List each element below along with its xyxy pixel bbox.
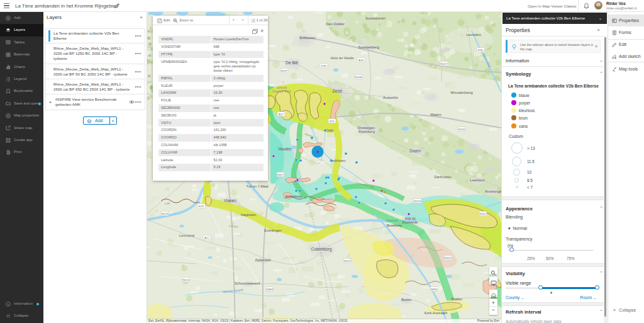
- svg-text:N226: N226: [458, 128, 465, 131]
- svg-text:Schalkwijk: Schalkwijk: [285, 195, 302, 198]
- svg-text:N484: N484: [267, 288, 274, 291]
- svg-text:Culemborg: Culemborg: [311, 247, 331, 252]
- svg-text:Zoelen: Zoelen: [451, 297, 462, 301]
- svg-text:Vianen: Vianen: [224, 198, 236, 203]
- svg-text:Lek: Lek: [165, 201, 170, 205]
- svg-text:Soestduinen: Soestduinen: [365, 16, 386, 20]
- svg-text:Rijsenburg: Rijsenburg: [358, 130, 375, 133]
- svg-text:Zijderveld: Zijderveld: [255, 258, 270, 262]
- svg-text:N320: N320: [344, 259, 351, 263]
- svg-text:Huis ter Heide: Huis ter Heide: [331, 56, 354, 60]
- svg-text:Soesterberg: Soesterberg: [358, 45, 379, 49]
- svg-text:N320: N320: [445, 256, 452, 259]
- svg-text:Hagestein: Hagestein: [241, 213, 256, 217]
- svg-text:A27: A27: [204, 236, 209, 239]
- svg-text:Den Dolder: Den Dolder: [326, 22, 344, 26]
- svg-text:E31: E31: [330, 120, 335, 123]
- svg-text:Duurstede: Duurstede: [402, 220, 418, 224]
- svg-text:N421: N421: [277, 173, 284, 176]
- svg-text:N834: N834: [431, 288, 438, 291]
- svg-text:A28: A28: [358, 59, 364, 62]
- svg-text:Doorn: Doorn: [409, 149, 421, 153]
- svg-text:N227: N227: [441, 62, 448, 65]
- svg-text:Tull en ’t Waal: Tull en ’t Waal: [246, 184, 268, 188]
- svg-text:Lexmond: Lexmond: [179, 234, 194, 237]
- svg-text:E25: E25: [199, 205, 204, 208]
- svg-text:Leusden: Leusden: [466, 32, 481, 37]
- svg-text:N238: N238: [355, 76, 362, 79]
- svg-text:A27: A27: [279, 113, 284, 116]
- svg-text:Broekweg: Broekweg: [387, 224, 402, 227]
- svg-text:Austerlitz: Austerlitz: [383, 96, 398, 99]
- svg-text:Buren: Buren: [401, 298, 411, 302]
- svg-text:Odijk: Odijk: [326, 128, 334, 132]
- svg-text:Amerongen: Amerongen: [485, 190, 501, 193]
- svg-text:Woudenberg: Woudenberg: [450, 90, 473, 94]
- svg-text:Everdingen: Everdingen: [264, 229, 281, 232]
- svg-text:Zeist: Zeist: [332, 88, 342, 94]
- svg-text:Schoonrewoerd: Schoonrewoerd: [235, 281, 260, 285]
- svg-text:E36: E36: [478, 48, 483, 52]
- svg-text:Kerk-Avezaath: Kerk-Avezaath: [425, 311, 448, 315]
- svg-text:E30: E30: [321, 64, 326, 67]
- svg-text:Darthuizen: Darthuizen: [434, 175, 451, 179]
- svg-text:N322: N322: [480, 212, 487, 215]
- svg-text:Houten: Houten: [279, 147, 292, 151]
- svg-text:Bilthoven: Bilthoven: [299, 35, 316, 40]
- svg-text:N237: N237: [281, 69, 288, 72]
- svg-text:N214: N214: [183, 278, 190, 281]
- svg-text:N216: N216: [162, 212, 169, 215]
- svg-text:Maarn: Maarn: [430, 112, 441, 116]
- svg-text:Leersum: Leersum: [470, 178, 484, 182]
- svg-text:De Bilt: De Bilt: [286, 60, 298, 65]
- svg-text:Science Park: Science Park: [272, 89, 291, 93]
- svg-text:N225: N225: [414, 200, 421, 203]
- svg-text:Nederrijn: Nederrijn: [386, 219, 398, 222]
